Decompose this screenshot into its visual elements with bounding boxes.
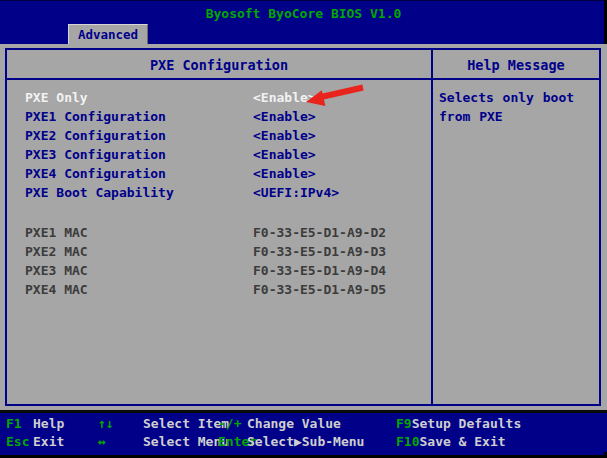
setting-value: <Enable> [253, 164, 316, 183]
hotkey-key: ↔ [98, 433, 143, 451]
setting-value: <Enable> [253, 145, 316, 164]
hotkey-action: Change Value [247, 416, 341, 431]
hotkey-hint: -/+Change Value [218, 415, 396, 433]
main-panel: PXE Configuration PXE Only <Enable> PXE1… [0, 44, 607, 410]
setting-label: PXE Boot Capability [25, 183, 174, 202]
setting-row[interactable]: PXE Boot Capability <UEFI:IPv4> [7, 183, 431, 202]
setting-row[interactable]: PXE Only <Enable> [7, 88, 431, 107]
setting-label: PXE2 Configuration [25, 126, 166, 145]
setting-rows: PXE Only <Enable> PXE1 Configuration <En… [7, 88, 431, 202]
bios-screen: Byosoft ByoCore BIOS V1.0 Advanced PXE C… [0, 0, 607, 458]
titlebar: Byosoft ByoCore BIOS V1.0 Advanced [0, 0, 607, 44]
hotkey-action: Select Item [143, 416, 229, 431]
mac-row: PXE1 MAC F0-33-E5-D1-A9-D2 [7, 223, 431, 242]
mac-value: F0-33-E5-D1-A9-D4 [253, 261, 386, 280]
hotkey-key: Esc [6, 433, 33, 451]
hotkey-row-2: EscExit ↔Select Menu EnterSelect▶Sub-Men… [0, 433, 607, 451]
settings-section: PXE Configuration PXE Only <Enable> PXE1… [7, 50, 431, 404]
mac-value: F0-33-E5-D1-A9-D2 [253, 223, 386, 242]
hotkey-key: ↑↓ [98, 415, 143, 433]
setting-value: <Enable> [253, 126, 316, 145]
setting-row[interactable]: PXE3 Configuration <Enable> [7, 145, 431, 164]
hotkey-key: Enter [218, 433, 247, 451]
hotkey-action: Select Menu [143, 434, 229, 449]
mac-label: PXE1 MAC [25, 223, 88, 242]
hotkey-action: Select▶Sub-Menu [247, 434, 364, 449]
tab-advanced[interactable]: Advanced [68, 24, 148, 44]
settings-list: PXE Only <Enable> PXE1 Configuration <En… [7, 80, 431, 404]
mac-row: PXE3 MAC F0-33-E5-D1-A9-D4 [7, 261, 431, 280]
hotkey-action: Setup Defaults [412, 416, 522, 431]
hotkey-hint: F10Save & Exit [396, 433, 607, 451]
setting-label: PXE3 Configuration [25, 145, 166, 164]
setting-row[interactable]: PXE4 Configuration <Enable> [7, 164, 431, 183]
setting-label: PXE4 Configuration [25, 164, 166, 183]
mac-row: PXE2 MAC F0-33-E5-D1-A9-D3 [7, 242, 431, 261]
hotkey-key: F1 [6, 415, 33, 433]
bios-title: Byosoft ByoCore BIOS V1.0 [0, 0, 607, 21]
help-text: Selects only boot from PXE [433, 80, 599, 126]
hotkey-hint: ↔Select Menu [98, 433, 218, 451]
setting-value: <Enable> [253, 107, 316, 126]
hotkey-key: F10 [396, 433, 419, 451]
hotkey-action: Save & Exit [419, 434, 505, 449]
hotkey-hint: F1Help [6, 415, 98, 433]
hotkey-hint: ↑↓Select Item [98, 415, 218, 433]
hotkey-hint: EnterSelect▶Sub-Menu [218, 433, 396, 451]
hotkey-bar: F1Help ↑↓Select Item -/+Change Value F9S… [0, 413, 607, 452]
mac-label: PXE2 MAC [25, 242, 88, 261]
hotkey-key: F9 [396, 415, 412, 433]
hotkey-action: Help [33, 416, 64, 431]
hotkey-hint: F9Setup Defaults [396, 415, 607, 433]
help-section: Help Message Selects only boot from PXE [431, 50, 599, 404]
setting-row[interactable]: PXE1 Configuration <Enable> [7, 107, 431, 126]
hotkey-key: -/+ [218, 415, 247, 433]
tab-bar: Advanced [0, 24, 607, 44]
hotkey-action: Exit [33, 434, 64, 449]
hotkey-hint: EscExit [6, 433, 98, 451]
panel-frame: PXE Configuration PXE Only <Enable> PXE1… [5, 48, 601, 406]
help-title: Help Message [433, 50, 599, 80]
mac-value: F0-33-E5-D1-A9-D3 [253, 242, 386, 261]
section-title: PXE Configuration [7, 50, 431, 80]
setting-label: PXE1 Configuration [25, 107, 166, 126]
mac-rows: PXE1 MAC F0-33-E5-D1-A9-D2 PXE2 MAC F0-3… [7, 223, 431, 299]
mac-label: PXE4 MAC [25, 280, 88, 299]
setting-row[interactable]: PXE2 Configuration <Enable> [7, 126, 431, 145]
setting-label: PXE Only [25, 88, 88, 107]
mac-row: PXE4 MAC F0-33-E5-D1-A9-D5 [7, 280, 431, 299]
setting-value: <UEFI:IPv4> [253, 183, 339, 202]
mac-value: F0-33-E5-D1-A9-D5 [253, 280, 386, 299]
mac-label: PXE3 MAC [25, 261, 88, 280]
setting-value: <Enable> [253, 88, 316, 107]
hotkey-row-1: F1Help ↑↓Select Item -/+Change Value F9S… [0, 415, 607, 433]
